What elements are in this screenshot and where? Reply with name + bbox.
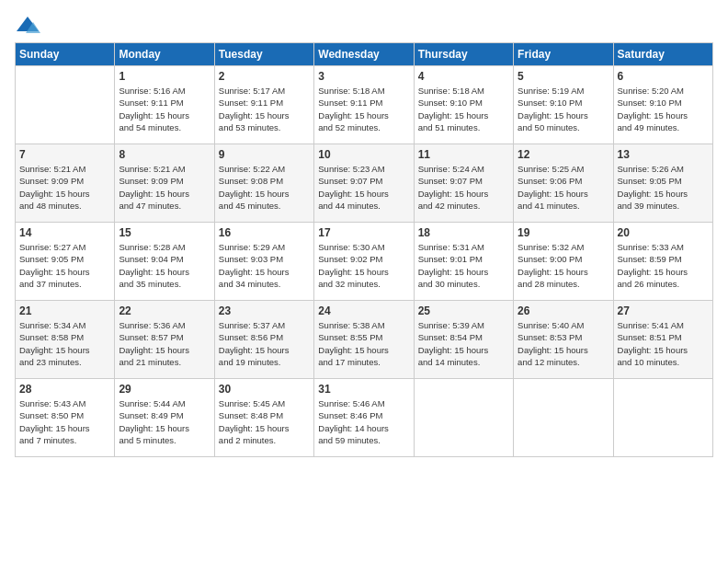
- day-number: 11: [418, 148, 509, 161]
- day-info: Sunrise: 5:30 AM Sunset: 9:02 PM Dayligh…: [318, 241, 409, 290]
- calendar-cell: 21Sunrise: 5:34 AM Sunset: 8:58 PM Dayli…: [16, 301, 115, 379]
- page-header: [15, 15, 713, 35]
- day-number: 25: [418, 304, 509, 317]
- day-info: Sunrise: 5:38 AM Sunset: 8:55 PM Dayligh…: [318, 319, 409, 368]
- calendar-cell: 26Sunrise: 5:40 AM Sunset: 8:53 PM Dayli…: [514, 301, 613, 379]
- day-info: Sunrise: 5:27 AM Sunset: 9:05 PM Dayligh…: [19, 241, 110, 290]
- day-info: Sunrise: 5:18 AM Sunset: 9:10 PM Dayligh…: [418, 85, 509, 133]
- day-info: Sunrise: 5:40 AM Sunset: 8:53 PM Dayligh…: [518, 319, 609, 368]
- day-info: Sunrise: 5:29 AM Sunset: 9:03 PM Dayligh…: [219, 241, 310, 290]
- calendar-cell: 29Sunrise: 5:44 AM Sunset: 8:49 PM Dayli…: [115, 379, 214, 457]
- day-info: Sunrise: 5:28 AM Sunset: 9:04 PM Dayligh…: [119, 241, 210, 290]
- calendar-cell: [613, 379, 712, 457]
- day-number: 10: [318, 148, 409, 161]
- logo: [15, 15, 44, 35]
- day-number: 26: [518, 304, 609, 317]
- header-saturday: Saturday: [613, 43, 712, 66]
- day-info: Sunrise: 5:32 AM Sunset: 9:00 PM Dayligh…: [518, 241, 609, 290]
- calendar-cell: 2Sunrise: 5:17 AM Sunset: 9:11 PM Daylig…: [214, 66, 313, 144]
- calendar-cell: 28Sunrise: 5:43 AM Sunset: 8:50 PM Dayli…: [16, 379, 115, 457]
- day-number: 29: [119, 383, 210, 396]
- day-info: Sunrise: 5:37 AM Sunset: 8:56 PM Dayligh…: [219, 319, 310, 368]
- week-row-2: 7Sunrise: 5:21 AM Sunset: 9:09 PM Daylig…: [16, 144, 713, 223]
- week-row-4: 21Sunrise: 5:34 AM Sunset: 8:58 PM Dayli…: [16, 301, 713, 379]
- day-number: 14: [19, 226, 110, 239]
- week-row-5: 28Sunrise: 5:43 AM Sunset: 8:50 PM Dayli…: [16, 379, 713, 457]
- day-info: Sunrise: 5:24 AM Sunset: 9:07 PM Dayligh…: [418, 163, 509, 212]
- calendar-cell: [414, 379, 513, 457]
- day-number: 3: [318, 70, 409, 83]
- calendar-cell: 24Sunrise: 5:38 AM Sunset: 8:55 PM Dayli…: [314, 301, 414, 379]
- calendar-cell: 19Sunrise: 5:32 AM Sunset: 9:00 PM Dayli…: [514, 223, 613, 301]
- day-info: Sunrise: 5:17 AM Sunset: 9:11 PM Dayligh…: [219, 85, 310, 133]
- day-info: Sunrise: 5:21 AM Sunset: 9:09 PM Dayligh…: [119, 163, 210, 212]
- calendar-cell: 27Sunrise: 5:41 AM Sunset: 8:51 PM Dayli…: [613, 301, 712, 379]
- day-info: Sunrise: 5:41 AM Sunset: 8:51 PM Dayligh…: [618, 319, 709, 368]
- day-number: 24: [318, 304, 409, 317]
- calendar-cell: 11Sunrise: 5:24 AM Sunset: 9:07 PM Dayli…: [414, 144, 513, 223]
- header-friday: Friday: [514, 43, 613, 66]
- calendar-cell: 7Sunrise: 5:21 AM Sunset: 9:09 PM Daylig…: [16, 144, 115, 223]
- calendar-cell: 8Sunrise: 5:21 AM Sunset: 9:09 PM Daylig…: [115, 144, 214, 223]
- day-number: 28: [19, 383, 110, 396]
- calendar-cell: 25Sunrise: 5:39 AM Sunset: 8:54 PM Dayli…: [414, 301, 513, 379]
- day-number: 15: [119, 226, 210, 239]
- day-number: 16: [219, 226, 310, 239]
- calendar-cell: 14Sunrise: 5:27 AM Sunset: 9:05 PM Dayli…: [16, 223, 115, 301]
- calendar-cell: [514, 379, 613, 457]
- calendar-cell: 20Sunrise: 5:33 AM Sunset: 8:59 PM Dayli…: [613, 223, 712, 301]
- day-number: 18: [418, 226, 509, 239]
- calendar-cell: 13Sunrise: 5:26 AM Sunset: 9:05 PM Dayli…: [613, 144, 712, 223]
- day-info: Sunrise: 5:18 AM Sunset: 9:11 PM Dayligh…: [318, 85, 409, 133]
- day-info: Sunrise: 5:21 AM Sunset: 9:09 PM Dayligh…: [19, 163, 110, 212]
- day-number: 12: [518, 148, 609, 161]
- day-info: Sunrise: 5:23 AM Sunset: 9:07 PM Dayligh…: [318, 163, 409, 212]
- week-row-1: 1Sunrise: 5:16 AM Sunset: 9:11 PM Daylig…: [16, 66, 713, 144]
- header-sunday: Sunday: [16, 43, 115, 66]
- calendar-cell: 16Sunrise: 5:29 AM Sunset: 9:03 PM Dayli…: [214, 223, 313, 301]
- day-info: Sunrise: 5:45 AM Sunset: 8:48 PM Dayligh…: [219, 397, 310, 446]
- calendar-cell: 6Sunrise: 5:20 AM Sunset: 9:10 PM Daylig…: [613, 66, 712, 144]
- day-number: 4: [418, 70, 509, 83]
- day-number: 23: [219, 304, 310, 317]
- day-number: 27: [618, 304, 709, 317]
- header-wednesday: Wednesday: [314, 43, 414, 66]
- calendar-cell: 18Sunrise: 5:31 AM Sunset: 9:01 PM Dayli…: [414, 223, 513, 301]
- calendar-cell: 4Sunrise: 5:18 AM Sunset: 9:10 PM Daylig…: [414, 66, 513, 144]
- day-number: 17: [318, 226, 409, 239]
- day-info: Sunrise: 5:33 AM Sunset: 8:59 PM Dayligh…: [618, 241, 709, 290]
- calendar-cell: 9Sunrise: 5:22 AM Sunset: 9:08 PM Daylig…: [214, 144, 313, 223]
- day-number: 2: [219, 70, 310, 83]
- calendar-cell: 1Sunrise: 5:16 AM Sunset: 9:11 PM Daylig…: [115, 66, 214, 144]
- day-info: Sunrise: 5:26 AM Sunset: 9:05 PM Dayligh…: [618, 163, 709, 212]
- day-info: Sunrise: 5:20 AM Sunset: 9:10 PM Dayligh…: [618, 85, 709, 133]
- calendar-cell: 31Sunrise: 5:46 AM Sunset: 8:46 PM Dayli…: [314, 379, 414, 457]
- day-number: 31: [318, 383, 409, 396]
- day-number: 9: [219, 148, 310, 161]
- day-number: 20: [618, 226, 709, 239]
- calendar-table: SundayMondayTuesdayWednesdayThursdayFrid…: [15, 42, 713, 457]
- day-info: Sunrise: 5:46 AM Sunset: 8:46 PM Dayligh…: [318, 397, 409, 446]
- calendar-cell: 30Sunrise: 5:45 AM Sunset: 8:48 PM Dayli…: [214, 379, 313, 457]
- header-tuesday: Tuesday: [214, 43, 313, 66]
- day-number: 19: [518, 226, 609, 239]
- calendar-cell: 5Sunrise: 5:19 AM Sunset: 9:10 PM Daylig…: [514, 66, 613, 144]
- calendar-cell: 12Sunrise: 5:25 AM Sunset: 9:06 PM Dayli…: [514, 144, 613, 223]
- day-info: Sunrise: 5:22 AM Sunset: 9:08 PM Dayligh…: [219, 163, 310, 212]
- day-info: Sunrise: 5:34 AM Sunset: 8:58 PM Dayligh…: [19, 319, 110, 368]
- calendar-cell: 10Sunrise: 5:23 AM Sunset: 9:07 PM Dayli…: [314, 144, 414, 223]
- day-number: 5: [518, 70, 609, 83]
- calendar-cell: 22Sunrise: 5:36 AM Sunset: 8:57 PM Dayli…: [115, 301, 214, 379]
- day-number: 6: [618, 70, 709, 83]
- calendar-cell: 23Sunrise: 5:37 AM Sunset: 8:56 PM Dayli…: [214, 301, 313, 379]
- header-thursday: Thursday: [414, 43, 513, 66]
- day-info: Sunrise: 5:44 AM Sunset: 8:49 PM Dayligh…: [119, 397, 210, 446]
- day-info: Sunrise: 5:39 AM Sunset: 8:54 PM Dayligh…: [418, 319, 509, 368]
- calendar-header-row: SundayMondayTuesdayWednesdayThursdayFrid…: [16, 43, 713, 66]
- day-number: 22: [119, 304, 210, 317]
- day-info: Sunrise: 5:25 AM Sunset: 9:06 PM Dayligh…: [518, 163, 609, 212]
- calendar-cell: 15Sunrise: 5:28 AM Sunset: 9:04 PM Dayli…: [115, 223, 214, 301]
- day-number: 1: [119, 70, 210, 83]
- day-info: Sunrise: 5:43 AM Sunset: 8:50 PM Dayligh…: [19, 397, 110, 446]
- calendar-cell: 3Sunrise: 5:18 AM Sunset: 9:11 PM Daylig…: [314, 66, 414, 144]
